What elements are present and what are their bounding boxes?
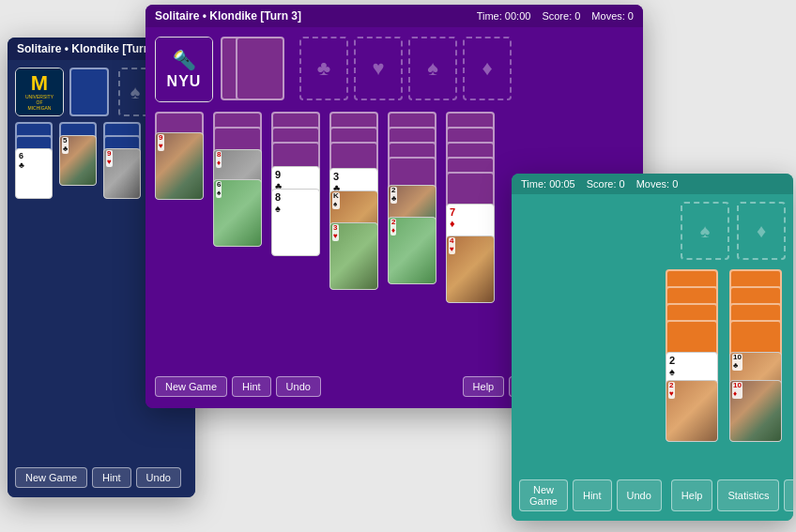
navy-col3-label: 9♥ xyxy=(106,150,113,167)
nyu-torch-icon: 🔦 xyxy=(173,49,196,71)
navy-col3-photo[interactable]: 9♥ xyxy=(103,148,141,199)
purple-col2: 8♦ 6♠ xyxy=(213,112,266,318)
teal-top-row: ♠ ♦ xyxy=(519,202,786,260)
pc1-photo[interactable]: 9♥ xyxy=(155,132,204,200)
teal-stats: Time: 00:05 Score: 0 Moves: 0 xyxy=(521,178,678,190)
tc1-photo[interactable]: 2♥ xyxy=(666,380,718,442)
teal-found-spade[interactable]: ♠ xyxy=(681,202,729,260)
navy-stock-card[interactable] xyxy=(69,68,109,116)
navy-btn-row: New Game Hint Undo xyxy=(15,464,188,490)
purple-found-spade[interactable]: ♠ xyxy=(408,37,457,100)
purple-col3: 9 ♣ 8 ♠ xyxy=(271,112,324,318)
purple-title: Solitaire • Klondike [Turn 3] xyxy=(155,9,301,23)
navy-undo-btn[interactable]: Undo xyxy=(136,467,181,488)
teal-time: Time: 00:05 xyxy=(521,178,575,190)
teal-new-game-btn[interactable]: New Game xyxy=(519,479,568,511)
navy-title: Solitaire • Klondike [Turn 3] xyxy=(17,42,163,55)
teal-found-diamond[interactable]: ♦ xyxy=(737,202,786,260)
teal-statistics-btn[interactable]: Statistics xyxy=(717,479,779,511)
mich-text: UNIVERSITYOFMICHIGAN xyxy=(25,94,54,111)
purple-col5: 2♣ 2♦ xyxy=(388,112,440,356)
teal-score: Score: 0 xyxy=(587,178,625,190)
teal-body: ♠ ♦ 2 ♠ 2♥ xyxy=(512,194,793,521)
pc4-photo2[interactable]: 3♥ xyxy=(329,222,378,290)
purple-found-diamond[interactable]: ♦ xyxy=(463,37,512,100)
pc3-face2[interactable]: 8 ♠ xyxy=(271,189,320,256)
purple-found-heart[interactable]: ♥ xyxy=(354,37,403,100)
teal-settings-btn[interactable]: Settings xyxy=(784,479,793,511)
navy-hint-btn[interactable]: Hint xyxy=(92,467,131,488)
purple-col6: 7 ♦ 4♥ xyxy=(446,112,498,356)
navy-col1-face[interactable]: 6 ♣ xyxy=(15,148,53,199)
pc2-photo2[interactable]: 6♠ xyxy=(213,179,262,247)
purple-found-club[interactable]: ♣ xyxy=(299,37,348,100)
purple-moves: Moves: 0 xyxy=(591,10,634,22)
navy-col-1: 6 ♣ xyxy=(15,122,54,253)
purple-score: Score: 0 xyxy=(542,10,580,22)
tc2-photo2[interactable]: 10♦ xyxy=(729,380,782,442)
navy-col2-photo[interactable]: 5♣ xyxy=(59,135,97,186)
teal-help-btn[interactable]: Help xyxy=(671,479,713,511)
navy-col-3: 9♥ xyxy=(103,122,143,253)
purple-stats: Time: 00:00 Score: 0 Moves: 0 xyxy=(477,10,634,22)
teal-window: Time: 00:05 Score: 0 Moves: 0 ♠ ♦ 2 ♠ xyxy=(512,174,793,521)
nyu-logo: 🔦 NYU xyxy=(156,38,212,101)
purple-stock-area xyxy=(221,37,284,100)
navy-col-2: 5♣ xyxy=(59,122,99,253)
teal-hint-btn[interactable]: Hint xyxy=(573,479,612,511)
purple-top-row: 🔦 NYU ♣ ♥ ♠ ♦ xyxy=(155,37,634,102)
purple-hint-btn[interactable]: Hint xyxy=(232,376,271,397)
purple-stock2[interactable] xyxy=(236,37,284,100)
purple-time: Time: 00:00 xyxy=(477,10,531,22)
teal-col1: 2 ♠ 2♥ xyxy=(666,269,722,457)
purple-logo-card[interactable]: 🔦 NYU xyxy=(155,37,213,102)
navy-col2-label: 5♣ xyxy=(62,137,69,154)
teal-moves: Moves: 0 xyxy=(636,178,679,190)
purple-titlebar: Solitaire • Klondike [Turn 3] Time: 00:0… xyxy=(145,5,643,27)
purple-foundations: ♣ ♥ ♠ ♦ xyxy=(299,37,512,100)
teal-col2: 10♣ 10♦ xyxy=(729,269,786,457)
pc6-photo[interactable]: 4♥ xyxy=(446,236,495,303)
mich-logo: M UNIVERSITYOFMICHIGAN xyxy=(16,68,63,115)
teal-btn-row: New Game Hint Undo Help Statistics Setti… xyxy=(519,476,786,513)
teal-tableau: 2 ♠ 2♥ 10♣ xyxy=(519,269,786,470)
teal-undo-btn[interactable]: Undo xyxy=(617,479,662,511)
purple-col1: 9♥ xyxy=(155,112,207,318)
pc5-photo2[interactable]: 2♦ xyxy=(388,217,436,284)
teal-titlebar: Time: 00:05 Score: 0 Moves: 0 xyxy=(512,174,793,194)
purple-help-btn[interactable]: Help xyxy=(463,376,505,397)
nyu-text: NYU xyxy=(167,73,202,90)
purple-col4: 3 ♣ K♠ 3♥ xyxy=(329,112,382,337)
mich-m-letter: M xyxy=(31,73,48,94)
purple-new-game-btn[interactable]: New Game xyxy=(155,376,227,397)
navy-logo-card[interactable]: M UNIVERSITYOFMICHIGAN xyxy=(15,68,64,116)
purple-undo-btn[interactable]: Undo xyxy=(276,376,321,397)
navy-new-game-btn[interactable]: New Game xyxy=(15,467,87,488)
